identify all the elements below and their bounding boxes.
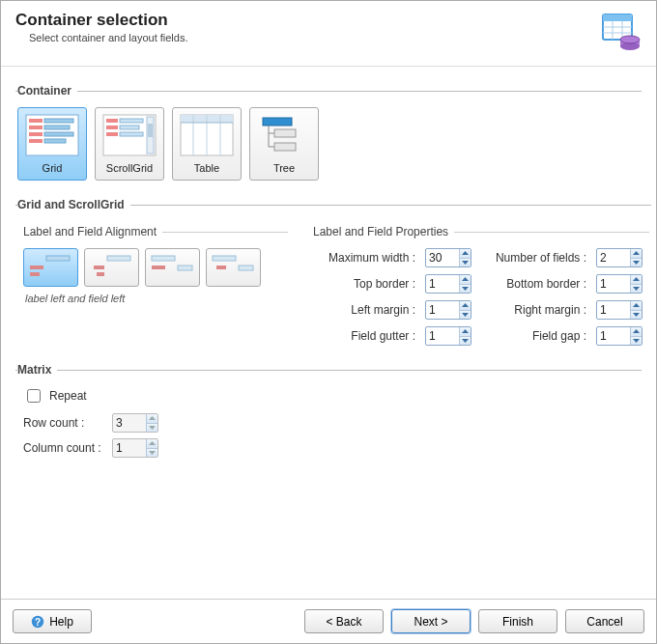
align-option-2[interactable] xyxy=(145,248,200,287)
svg-rect-14 xyxy=(44,126,70,129)
svg-marker-63 xyxy=(633,313,640,317)
matrix-grid: Row count : Column count : xyxy=(23,413,640,458)
spinner-down-icon[interactable] xyxy=(631,285,642,294)
svg-marker-53 xyxy=(462,261,469,265)
help-button[interactable]: ? Help xyxy=(13,609,92,633)
num-fields-input[interactable] xyxy=(597,249,630,266)
container-option-scrollgrid[interactable]: ScrollGrid xyxy=(95,107,164,181)
right-margin-input[interactable] xyxy=(597,301,630,319)
table-icon xyxy=(176,112,238,157)
page-title: Container selection xyxy=(15,11,188,30)
page-subtitle: Select container and layout fields. xyxy=(29,32,188,43)
spinner-up-icon[interactable] xyxy=(631,275,642,285)
align-option-1[interactable] xyxy=(84,248,139,287)
matrix-body: Repeat Row count : Column count : xyxy=(17,386,640,458)
align-option-0[interactable] xyxy=(23,248,78,287)
repeat-checkbox[interactable] xyxy=(27,389,41,403)
back-button-label: < Back xyxy=(326,615,361,629)
spinner-down-icon[interactable] xyxy=(631,337,642,346)
top-border-input[interactable] xyxy=(426,275,459,293)
svg-text:?: ? xyxy=(35,616,41,627)
repeat-row: Repeat xyxy=(23,386,640,406)
help-icon: ? xyxy=(31,615,44,629)
container-option-scrollgrid-label: ScrollGrid xyxy=(106,162,153,174)
spinner-up-icon[interactable] xyxy=(460,249,471,259)
spinner-down-icon[interactable] xyxy=(460,337,471,346)
top-border-label: Top border : xyxy=(313,277,419,291)
svg-rect-18 xyxy=(44,139,66,143)
left-margin-spinner[interactable] xyxy=(425,300,471,320)
right-margin-spinner[interactable] xyxy=(596,300,643,320)
alignment-caption: label left and field left xyxy=(17,293,288,304)
column-count-label: Column count : xyxy=(23,441,112,455)
svg-rect-34 xyxy=(263,118,292,126)
svg-marker-62 xyxy=(633,303,640,307)
spinner-down-icon[interactable] xyxy=(631,259,642,267)
spinner-down-icon[interactable] xyxy=(631,311,642,320)
max-width-input[interactable] xyxy=(426,249,459,266)
grid-scrollgrid-legend: Grid and ScrollGrid xyxy=(17,198,130,211)
grid-scrollgrid-fieldset: Grid and ScrollGrid Label and Field Alig… xyxy=(15,198,651,350)
field-gutter-spinner[interactable] xyxy=(425,326,471,346)
alignment-legend: Label and Field Alignment xyxy=(17,225,162,238)
top-border-spinner[interactable] xyxy=(425,274,471,294)
field-gap-input[interactable] xyxy=(597,327,630,345)
spinner-up-icon xyxy=(147,414,157,424)
column-count-input xyxy=(113,439,146,457)
field-gutter-input[interactable] xyxy=(426,327,459,345)
container-option-tree[interactable]: Tree xyxy=(249,107,319,181)
properties-grid: Maximum width : Number of fields : Top b… xyxy=(307,248,649,346)
spinner-up-icon[interactable] xyxy=(460,327,471,337)
spinner-up-icon[interactable] xyxy=(631,327,642,337)
svg-marker-70 xyxy=(149,441,156,445)
wizard-body: Container xyxy=(1,67,656,599)
cancel-button[interactable]: Cancel xyxy=(565,609,644,633)
svg-marker-71 xyxy=(149,451,156,455)
svg-rect-15 xyxy=(29,132,43,136)
svg-marker-64 xyxy=(462,329,469,333)
align-option-3[interactable] xyxy=(206,248,261,287)
svg-marker-55 xyxy=(633,261,640,265)
spinner-down-icon[interactable] xyxy=(460,311,471,320)
spinner-up-icon xyxy=(147,439,157,449)
alignment-column: Label and Field Alignment xyxy=(17,225,288,346)
field-gap-spinner[interactable] xyxy=(596,326,643,346)
num-fields-label: Number of fields : xyxy=(484,251,590,265)
container-option-table[interactable]: Table xyxy=(172,107,242,181)
properties-legend: Label and Field Properties xyxy=(307,225,454,238)
spinner-down-icon[interactable] xyxy=(460,259,471,267)
spinner-down-icon[interactable] xyxy=(460,285,471,294)
svg-rect-27 xyxy=(148,124,153,137)
svg-rect-50 xyxy=(216,266,226,269)
grid-icon xyxy=(21,112,83,157)
bottom-border-spinner[interactable] xyxy=(596,274,643,294)
left-margin-input[interactable] xyxy=(426,301,459,319)
container-option-grid-label: Grid xyxy=(43,162,63,174)
help-button-label: Help xyxy=(49,615,73,629)
num-fields-spinner[interactable] xyxy=(596,248,643,267)
finish-button[interactable]: Finish xyxy=(478,609,557,633)
spinner-down-icon xyxy=(147,424,157,433)
spinner-up-icon[interactable] xyxy=(460,275,471,285)
spinner-up-icon[interactable] xyxy=(631,249,642,259)
max-width-spinner[interactable] xyxy=(425,248,471,267)
spinner-up-icon[interactable] xyxy=(460,301,471,311)
svg-marker-56 xyxy=(462,277,469,281)
svg-marker-67 xyxy=(633,339,640,343)
back-button[interactable]: < Back xyxy=(304,609,384,633)
container-option-grid[interactable]: Grid xyxy=(17,107,87,181)
svg-rect-39 xyxy=(274,143,296,151)
next-button[interactable]: Next > xyxy=(391,609,471,633)
alignment-options-row xyxy=(17,248,288,287)
bottom-border-input[interactable] xyxy=(597,275,630,293)
spinner-up-icon[interactable] xyxy=(631,301,642,311)
row-count-label: Row count : xyxy=(23,416,112,430)
wizard-window: Container selection Select container and… xyxy=(0,0,657,644)
wizard-header: Container selection Select container and… xyxy=(1,1,656,67)
svg-marker-60 xyxy=(462,303,469,307)
svg-rect-1 xyxy=(603,14,632,21)
container-options-row: Grid xyxy=(17,107,640,181)
svg-marker-58 xyxy=(633,277,640,281)
svg-rect-42 xyxy=(30,272,40,276)
svg-rect-48 xyxy=(178,266,192,270)
